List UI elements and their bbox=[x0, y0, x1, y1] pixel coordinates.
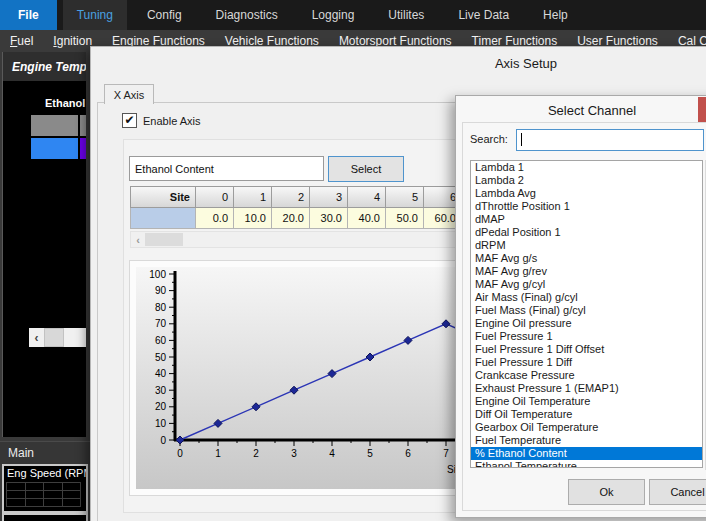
app-window: FileTuningConfigDiagnosticsLoggingUtilit… bbox=[0, 0, 706, 521]
svg-text:50: 50 bbox=[155, 352, 167, 363]
mini-table-header-cell bbox=[31, 115, 78, 136]
gauge-grid-cell bbox=[43, 498, 63, 507]
gauge-grid-cell bbox=[25, 498, 45, 507]
mini-table-selected-cell[interactable] bbox=[31, 138, 78, 159]
select-channel-dialog: Select Channel ✕ Search: Lambda 1Lambda … bbox=[455, 95, 706, 518]
mini-table-horizontal-scrollbar[interactable]: ‹ bbox=[29, 328, 86, 347]
mini-table-header-cell bbox=[80, 115, 86, 136]
close-icon[interactable]: ✕ bbox=[698, 97, 706, 122]
gauge-grid-cell bbox=[6, 498, 26, 507]
channel-list-item[interactable]: Lambda 2 bbox=[471, 174, 702, 187]
menu-item-diagnostics[interactable]: Diagnostics bbox=[202, 0, 292, 30]
sites-column-header-3: 3 bbox=[309, 186, 348, 208]
svg-text:20: 20 bbox=[155, 401, 167, 412]
sites-table-value-row: 0.010.020.030.040.050.060.0 bbox=[130, 208, 462, 229]
tab-x-axis[interactable]: X Axis bbox=[104, 84, 154, 104]
second-gauge-panel bbox=[2, 513, 88, 521]
site-value-cell-2[interactable]: 20.0 bbox=[271, 208, 310, 229]
scroll-left-icon[interactable]: ‹ bbox=[29, 331, 44, 345]
eng-speed-label: Eng Speed (RPM) bbox=[4, 466, 86, 479]
svg-text:70: 70 bbox=[155, 318, 167, 329]
eng-speed-gauge-panel[interactable]: Eng Speed (RPM) bbox=[2, 464, 88, 513]
sites-column-header-2: 2 bbox=[271, 186, 310, 208]
channel-list-item[interactable]: dMAP bbox=[471, 213, 702, 226]
channel-list: Lambda 1Lambda 2Lambda AvgdThrottle Posi… bbox=[470, 160, 703, 468]
submenu-item-label: gnition bbox=[57, 34, 92, 48]
svg-text:2: 2 bbox=[253, 448, 259, 459]
channel-list-item[interactable]: Lambda 1 bbox=[471, 161, 702, 174]
axis-setup-title: Axis Setup bbox=[91, 47, 706, 71]
svg-text:80: 80 bbox=[155, 302, 167, 313]
select-channel-button[interactable]: Select bbox=[328, 156, 404, 182]
enable-axis-label: Enable Axis bbox=[143, 115, 200, 127]
svg-text:90: 90 bbox=[155, 285, 167, 296]
ok-button[interactable]: Ok bbox=[568, 479, 645, 505]
channel-list-item[interactable]: Gearbox Oil Temperature bbox=[471, 421, 702, 434]
svg-text:0: 0 bbox=[177, 448, 183, 459]
eng-speed-grid bbox=[7, 483, 81, 507]
svg-text:60: 60 bbox=[155, 335, 167, 346]
channel-list-item[interactable]: dThrottle Position 1 bbox=[471, 200, 702, 213]
svg-text:4: 4 bbox=[329, 448, 335, 459]
channel-list-item[interactable]: Fuel Pressure 1 bbox=[471, 330, 702, 343]
gauge-grid-cell bbox=[62, 498, 82, 507]
menu-item-config[interactable]: Config bbox=[133, 0, 196, 30]
scrollbar-thumb[interactable] bbox=[145, 233, 183, 246]
channel-list-item[interactable]: Ethanol Temperature bbox=[471, 460, 702, 468]
channel-list-item[interactable]: dPedal Position 1 bbox=[471, 226, 702, 239]
channel-list-item[interactable]: Crankcase Pressure bbox=[471, 369, 702, 382]
svg-text:30: 30 bbox=[155, 385, 167, 396]
svg-text:10: 10 bbox=[155, 418, 167, 429]
menu-item-tuning[interactable]: Tuning bbox=[63, 0, 127, 30]
axis-sites-table: Site0123456 0.010.020.030.040.050.060.0 bbox=[130, 186, 462, 229]
svg-text:3: 3 bbox=[291, 448, 297, 459]
mini-table-cursor-cell[interactable] bbox=[80, 138, 86, 159]
site-value-cell-0[interactable]: 0.0 bbox=[195, 208, 234, 229]
enable-axis-checkbox[interactable]: ✔ bbox=[122, 113, 137, 128]
main-section-header[interactable]: Main bbox=[0, 441, 96, 464]
svg-text:0: 0 bbox=[160, 435, 166, 446]
channel-list-item[interactable]: Fuel Pressure 1 Diff Offset bbox=[471, 343, 702, 356]
scroll-left-icon[interactable]: ‹ bbox=[131, 234, 145, 246]
search-input[interactable] bbox=[516, 129, 704, 151]
channel-list-item[interactable]: % Ethanol Content bbox=[471, 447, 702, 460]
site-value-cell-3[interactable]: 30.0 bbox=[309, 208, 348, 229]
mini-table-axis-label: Ethanol bbox=[45, 97, 85, 109]
channel-list-item[interactable]: Lambda Avg bbox=[471, 187, 702, 200]
cancel-button[interactable]: Cancel bbox=[649, 479, 706, 505]
channel-list-item[interactable]: Diff Oil Temperature bbox=[471, 408, 702, 421]
sites-row-header-cell[interactable] bbox=[130, 208, 196, 229]
sites-column-header-0: 0 bbox=[195, 186, 234, 208]
channel-list-item[interactable]: MAF Avg g/s bbox=[471, 252, 702, 265]
channel-list-item[interactable]: Fuel Pressure 1 Diff bbox=[471, 356, 702, 369]
select-channel-title: Select Channel bbox=[456, 96, 706, 118]
svg-text:7: 7 bbox=[443, 448, 449, 459]
menu-item-utilites[interactable]: Utilites bbox=[374, 0, 438, 30]
engine-temp-window: Engine Temp Ethanol ‹ bbox=[2, 52, 86, 437]
channel-list-item[interactable]: Fuel Mass (Final) g/cyl bbox=[471, 304, 702, 317]
sites-table-corner-header: Site bbox=[130, 186, 196, 208]
text-caret bbox=[521, 133, 522, 146]
channel-list-item[interactable]: Fuel Temperature bbox=[471, 434, 702, 447]
engine-temp-window-title: Engine Temp bbox=[3, 52, 86, 81]
main-menubar: FileTuningConfigDiagnosticsLoggingUtilit… bbox=[0, 0, 706, 30]
channel-list-item[interactable]: Engine Oil pressure bbox=[471, 317, 702, 330]
submenu-item-fuel[interactable]: Fuel bbox=[0, 34, 43, 48]
menu-item-live-data[interactable]: Live Data bbox=[444, 0, 523, 30]
site-value-cell-5[interactable]: 50.0 bbox=[385, 208, 424, 229]
channel-list-item[interactable]: MAF Avg g/cyl bbox=[471, 278, 702, 291]
channel-list-item[interactable]: MAF Avg g/rev bbox=[471, 265, 702, 278]
sites-column-header-1: 1 bbox=[233, 186, 272, 208]
channel-list-item[interactable]: Exhaust Pressure 1 (EMAP1) bbox=[471, 382, 702, 395]
channel-list-item[interactable]: Air Mass (Final) g/cyl bbox=[471, 291, 702, 304]
scrollbar-thumb[interactable] bbox=[44, 328, 64, 347]
channel-list-item[interactable]: dRPM bbox=[471, 239, 702, 252]
submenu-item-label: uel bbox=[17, 34, 33, 48]
channel-list-item[interactable]: Engine Oil Temperature bbox=[471, 395, 702, 408]
menu-item-help[interactable]: Help bbox=[529, 0, 582, 30]
site-value-cell-4[interactable]: 40.0 bbox=[347, 208, 386, 229]
menu-item-logging[interactable]: Logging bbox=[298, 0, 369, 30]
axis-channel-input[interactable]: Ethanol Content bbox=[129, 156, 324, 181]
site-value-cell-1[interactable]: 10.0 bbox=[233, 208, 272, 229]
menu-item-file[interactable]: File bbox=[0, 0, 57, 30]
